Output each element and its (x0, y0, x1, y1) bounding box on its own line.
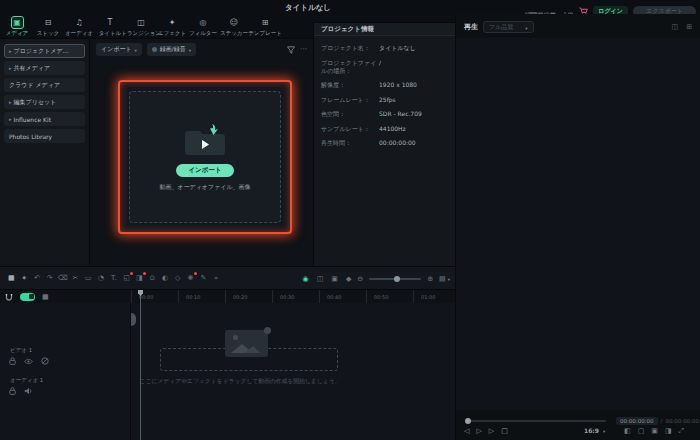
project-info-row: 解像度： 1920 x 1080 (321, 81, 448, 89)
timeline-tool-icon[interactable]: ⌫ (56, 273, 69, 283)
timeline-tool-icon[interactable]: ▦ (5, 273, 18, 283)
auto-ripple-toggle[interactable] (20, 293, 35, 301)
time-separator: / (661, 418, 663, 424)
record-dropdown[interactable]: 録画/録音 (147, 43, 196, 56)
timeline-tool-icon[interactable]: ◇ (171, 273, 184, 283)
project-info-row: 再生時間： 00:00:00:00 (321, 139, 448, 147)
chevron-right-icon (9, 116, 12, 122)
sidebar-item[interactable]: 共有メディア (4, 61, 85, 75)
player-tool-icon[interactable]: ◧ (624, 427, 631, 435)
preview-viewport[interactable] (456, 38, 700, 410)
sidebar-item-label: Influence Kit (14, 116, 52, 123)
project-info-row: プロジェクトファイルの場所： / (321, 59, 448, 75)
asset-tab[interactable]: ✦ エフェクト (157, 16, 187, 37)
lock-icon[interactable] (9, 357, 16, 365)
player-tool-icon[interactable]: ◨ (665, 427, 672, 435)
field-value: 00:00:00:00 (379, 139, 416, 147)
transport-icon[interactable]: □ (501, 427, 508, 435)
asset-tab-label: メディア (6, 30, 29, 37)
asset-tab-icon: ⊟ (42, 16, 55, 29)
timeline-tool-icon[interactable]: ◐ (159, 273, 172, 283)
timeline-tool-icon[interactable]: ◱ (120, 273, 133, 283)
zoom-slider-handle[interactable] (394, 276, 400, 282)
asset-tab[interactable]: ◎ フィルター (188, 16, 218, 37)
magnet-icon[interactable] (5, 293, 13, 301)
lock-icon[interactable] (9, 387, 16, 395)
sidebar-item[interactable]: プロジェクトメデ… (4, 44, 85, 58)
sidebar-item[interactable]: Influence Kit (4, 112, 85, 126)
timeline-tool-icon[interactable]: ▭ (82, 273, 95, 283)
import-button[interactable]: インポート (176, 164, 233, 177)
timeline-toolbar: ▦⌖↶↷⌫✂▭◔T.◱◨⊙◐◇❋✎» ◉◫▣◆ ⊖ ⊕ ▤ (0, 266, 455, 290)
project-info-row: 色空間： SDR - Rec.709 (321, 110, 448, 118)
preview-top-icon[interactable]: ◫ (672, 23, 679, 31)
timeline-ruler[interactable]: 00:0000:1000:2000:3000:4000:5001:00 (131, 290, 455, 303)
transport-icon[interactable]: ◁ (464, 427, 469, 435)
field-label: プロジェクトファイルの場所： (321, 59, 379, 75)
sidebar-item[interactable]: 編集プリセット (4, 95, 85, 109)
more-icon[interactable] (300, 46, 307, 53)
eye-icon[interactable] (24, 358, 33, 365)
sidebar-item[interactable]: Photos Library (4, 129, 85, 143)
preview-top-icon[interactable]: ⊞ (686, 23, 692, 31)
ruler-mark: 01:00 (413, 290, 455, 303)
asset-tab[interactable]: ▣ メディア (2, 16, 32, 37)
timeline-tool-icon[interactable]: ✂ (69, 273, 82, 283)
seek-handle[interactable] (465, 418, 471, 424)
player-tool-icon[interactable]: ⤢ (679, 427, 685, 435)
timeline-right-icon[interactable]: ◆ (346, 274, 351, 284)
asset-tab-label: テンプレート (248, 30, 282, 37)
import-highlight-frame: インポート 動画、オーディオファイル、画像 (118, 80, 292, 234)
import-folder-icon (182, 122, 228, 158)
asset-tab[interactable]: ⊟ ストック (33, 16, 63, 37)
play-section-label: 再生 (464, 22, 478, 32)
timeline-tool-icon[interactable]: » (210, 273, 223, 283)
zoom-out-icon[interactable]: ⊖ (357, 275, 363, 283)
transport-icon[interactable]: ▷ (489, 427, 494, 435)
filter-icon[interactable] (287, 46, 295, 54)
timeline-tool-icon[interactable]: ⌖ (18, 273, 31, 283)
mute-icon[interactable] (41, 357, 49, 365)
transport-icon[interactable]: ▷ (476, 427, 481, 435)
timeline-ruler-row: ▦ 00:0000:1000:2000:3000:4000:5001:00 (0, 290, 455, 303)
player-tool-icon[interactable]: ▣ (651, 427, 658, 435)
asset-tab-label: ストック (37, 30, 60, 37)
player-tool-icon[interactable]: ▢ (638, 427, 645, 435)
ruler-mark: 00:50 (366, 290, 413, 303)
sidebar-item-label: 編集プリセット (14, 98, 57, 107)
import-dropdown[interactable]: インポート (96, 43, 142, 56)
seek-bar[interactable] (466, 420, 606, 422)
playback-quality-dropdown[interactable]: フル品質 (483, 21, 534, 33)
media-sidebar: プロジェクトメデ… 共有メディア クラウド メディア 編集プリセット Influ… (0, 38, 90, 266)
timeline-tool-icon[interactable]: ↶ (31, 273, 44, 283)
playhead-line[interactable] (140, 290, 141, 440)
timeline-tool-icon[interactable]: ↷ (43, 273, 56, 283)
track-height-dropdown[interactable]: ▤ (439, 275, 450, 283)
timeline-right-icon[interactable]: ▣ (331, 274, 338, 284)
track-panel-resize-handle[interactable] (131, 313, 136, 326)
timeline-tool-icon[interactable]: ◔ (95, 273, 108, 283)
import-dropzone[interactable]: インポート 動画、オーディオファイル、画像 (129, 91, 281, 223)
asset-tab[interactable]: ♫ オーディオ (64, 16, 94, 37)
aspect-ratio-dropdown[interactable]: 16:9 (584, 427, 605, 434)
timeline-tool-icon[interactable]: ◨ (133, 273, 146, 283)
timeline-zoom-slider[interactable] (369, 278, 421, 280)
zoom-in-icon[interactable]: ⊕ (427, 275, 433, 283)
speaker-icon[interactable] (24, 387, 33, 395)
asset-tab-label: エフェクト (158, 30, 186, 37)
asset-tab-label: トランジション (121, 30, 160, 37)
timeline-right-icon[interactable]: ◫ (317, 274, 324, 284)
asset-tab[interactable]: ◫ トランジション (126, 16, 156, 37)
asset-tab[interactable]: ⊞ テンプレート (250, 16, 280, 37)
field-label: 再生時間： (321, 139, 379, 147)
track-manager-icon[interactable]: ▦ (42, 293, 49, 301)
asset-tab-icon: ◫ (135, 16, 148, 29)
timeline-tool-icon[interactable]: ❋ (184, 273, 197, 283)
timeline-tool-icon[interactable]: ✎ (197, 273, 210, 283)
sidebar-item[interactable]: クラウド メディア (4, 78, 85, 92)
timeline-tool-icon[interactable]: T. (107, 273, 120, 283)
timeline-tool-icon[interactable]: ⊙ (146, 273, 159, 283)
timeline-right-icon[interactable]: ◉ (303, 274, 309, 284)
asset-tab-icon: T (104, 16, 117, 29)
asset-tab[interactable]: ☺ ステッカー (219, 16, 249, 37)
